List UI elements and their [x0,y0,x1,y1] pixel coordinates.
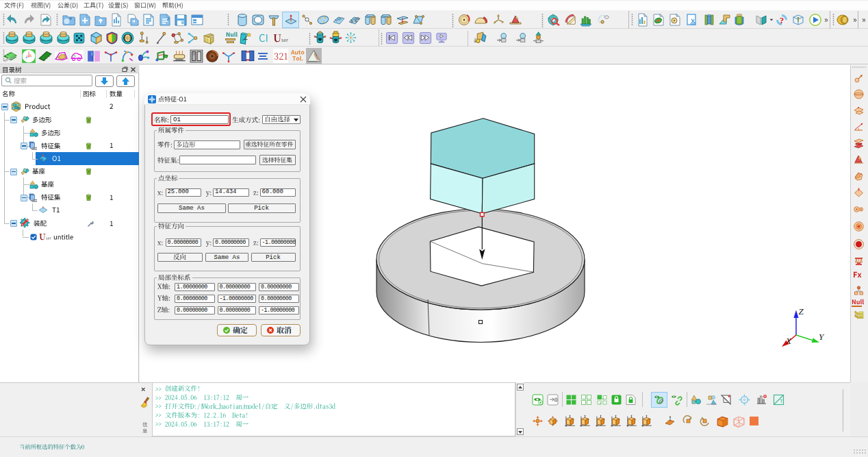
svg-text:T: T [780,398,783,404]
svg-text:?: ? [780,15,784,25]
